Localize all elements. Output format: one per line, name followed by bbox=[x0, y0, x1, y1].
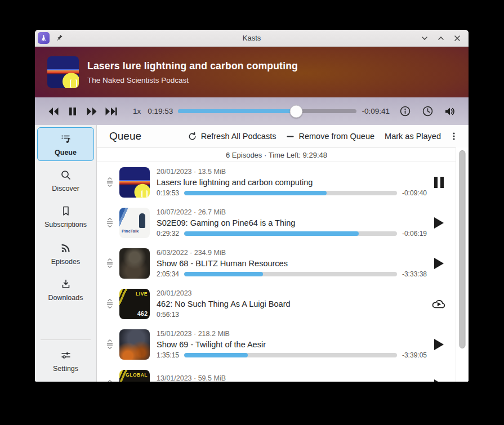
seek-forward-button[interactable] bbox=[82, 102, 101, 121]
drag-handle-icon[interactable] bbox=[104, 217, 116, 229]
episode-date-size: 15/01/2023 · 218.2 MiB bbox=[157, 330, 427, 338]
episode-action-button[interactable] bbox=[427, 297, 451, 311]
sidebar-item-discover[interactable]: Discover bbox=[37, 163, 94, 197]
episode-progress-row: 1:35:15 -3:39:05 bbox=[157, 351, 427, 359]
episode-action-button[interactable] bbox=[427, 217, 451, 229]
episode-row[interactable]: 15/01/2023 · 218.2 MiB Show 69 - Twiligh… bbox=[97, 324, 456, 365]
episode-progress-row: 0:29:32 -0:06:19 bbox=[157, 230, 427, 238]
episode-elapsed: 2:05:34 bbox=[157, 270, 179, 278]
drag-handle-icon[interactable] bbox=[104, 379, 116, 382]
episode-thumbnail: LIVE 462 bbox=[119, 289, 150, 319]
minimize-button[interactable] bbox=[419, 33, 430, 44]
titlebar[interactable]: Kasts bbox=[35, 30, 469, 47]
episode-elapsed: 0:29:32 bbox=[157, 230, 179, 238]
episode-date-size: 13/01/2023 · 59.5 MiB bbox=[157, 374, 427, 382]
episode-progress-fill bbox=[184, 353, 248, 357]
episode-thumbnail bbox=[119, 329, 150, 360]
episode-progress-track[interactable] bbox=[184, 231, 397, 236]
seek-slider[interactable] bbox=[178, 105, 356, 118]
play-icon bbox=[434, 258, 444, 269]
queue-summary: 6 Episodes · Time Left: 9:29:48 bbox=[97, 148, 456, 162]
episode-progress-track[interactable] bbox=[184, 272, 397, 276]
episode-progress-row: 2:05:34 -3:33:38 bbox=[157, 270, 427, 278]
sidebar-item-episodes[interactable]: Episodes bbox=[37, 235, 94, 270]
episode-action-button[interactable] bbox=[427, 379, 451, 382]
close-button[interactable] bbox=[452, 33, 463, 44]
drag-handle-icon[interactable] bbox=[104, 339, 116, 350]
mark-as-played-button[interactable]: Mark as Played bbox=[380, 129, 446, 144]
now-playing-header[interactable]: Lasers lure lightning and carbon computi… bbox=[35, 47, 469, 97]
episode-thumbnail bbox=[119, 167, 150, 198]
episode-row[interactable]: PineTalk 10/07/2022 · 26.7 MiB S02E09: G… bbox=[97, 203, 456, 243]
sidebar-item-subscriptions[interactable]: Subscriptions bbox=[37, 199, 94, 233]
queue-toolbar: Queue Refresh All Podcasts Remove from Q… bbox=[97, 125, 469, 148]
episode-date-size: 20/01/2023 · 13.5 MiB bbox=[157, 168, 427, 176]
refresh-all-podcasts-label: Refresh All Podcasts bbox=[201, 132, 276, 141]
sidebar-item-queue[interactable]: Queue bbox=[37, 127, 94, 161]
pause-icon bbox=[434, 177, 444, 188]
episode-row[interactable]: GLOBAL 13/01/2023 · 59.5 MiB 461: No Suc… bbox=[97, 365, 456, 382]
sidebar-item-settings[interactable]: Settings bbox=[37, 343, 94, 377]
drag-handle-icon[interactable] bbox=[104, 298, 116, 310]
episode-row[interactable]: 20/01/2023 · 13.5 MiB Lasers lure lightn… bbox=[97, 162, 456, 203]
episode-remaining: -0:06:19 bbox=[402, 230, 427, 238]
sidebar-item-label: Settings bbox=[53, 365, 78, 373]
episode-action-button[interactable] bbox=[427, 258, 451, 269]
scrollbar-track[interactable] bbox=[456, 147, 469, 382]
episode-progress-fill bbox=[184, 272, 263, 276]
episode-progress-fill bbox=[184, 191, 327, 195]
playback-speed[interactable]: 1x bbox=[133, 107, 141, 115]
broadcast-tower-icon bbox=[40, 34, 47, 42]
seek-slider-fill bbox=[178, 109, 296, 113]
refresh-icon bbox=[188, 132, 197, 141]
scrollbar-thumb[interactable] bbox=[460, 150, 466, 348]
seek-slider-handle[interactable] bbox=[289, 105, 302, 118]
podcast-artwork bbox=[47, 56, 79, 88]
rss-icon bbox=[59, 241, 73, 254]
bookmark-icon bbox=[60, 205, 72, 217]
episode-date-size: 20/01/2023 bbox=[157, 289, 427, 297]
seek-slider-track[interactable] bbox=[178, 109, 356, 113]
sleep-timer-button[interactable] bbox=[418, 102, 437, 121]
episode-remaining: -3:33:38 bbox=[402, 270, 427, 278]
episode-action-button[interactable] bbox=[427, 339, 451, 350]
kasts-window: Kasts Lasers lure lightning and carbon c… bbox=[35, 30, 469, 382]
maximize-button[interactable] bbox=[435, 33, 447, 44]
episode-action-button[interactable] bbox=[427, 177, 451, 188]
sidebar-item-label: Downloads bbox=[48, 294, 83, 302]
episode-date-size: 6/03/2022 · 234.9 MiB bbox=[157, 249, 427, 257]
skip-forward-button[interactable] bbox=[101, 102, 121, 121]
episode-progress-fill bbox=[184, 231, 359, 236]
episode-remaining: -0:09:40 bbox=[402, 189, 427, 197]
episode-progress-row: 0:19:53 -0:09:40 bbox=[157, 189, 427, 197]
seek-backward-button[interactable] bbox=[44, 102, 63, 121]
search-icon bbox=[60, 169, 72, 181]
episode-progress-track[interactable] bbox=[184, 353, 397, 357]
mark-as-played-label: Mark as Played bbox=[385, 132, 441, 141]
pause-button[interactable] bbox=[63, 102, 82, 121]
app-icon bbox=[38, 32, 50, 44]
episode-row[interactable]: 6/03/2022 · 234.9 MiB Show 68 - BLITZ Hu… bbox=[97, 243, 456, 284]
configure-sliders-icon bbox=[60, 349, 72, 361]
episode-elapsed: 0:56:13 bbox=[157, 311, 179, 319]
drag-handle-icon[interactable] bbox=[104, 258, 116, 269]
episode-progress-track[interactable] bbox=[184, 191, 397, 195]
episode-title: Lasers lure lightning and carbon computi… bbox=[157, 178, 427, 187]
overflow-menu-button[interactable] bbox=[446, 128, 462, 144]
page-title: Queue bbox=[109, 130, 141, 142]
drag-handle-icon[interactable] bbox=[104, 177, 116, 188]
episode-progress-row: 0:56:13 bbox=[157, 311, 427, 319]
refresh-all-podcasts-button[interactable]: Refresh All Podcasts bbox=[182, 129, 282, 144]
episode-thumbnail: PineTalk bbox=[119, 208, 150, 238]
pin-icon[interactable] bbox=[55, 34, 64, 42]
remove-from-queue-button[interactable]: Remove from Queue bbox=[281, 129, 380, 144]
episode-thumbnail bbox=[119, 248, 150, 279]
episode-elapsed: 1:35:15 bbox=[157, 351, 179, 359]
minus-icon bbox=[286, 132, 295, 141]
volume-button[interactable] bbox=[440, 102, 460, 121]
sidebar-item-downloads[interactable]: Downloads bbox=[37, 272, 94, 306]
episode-row[interactable]: LIVE 462 20/01/2023 462: No Such Thing A… bbox=[97, 284, 456, 324]
episode-info-button[interactable] bbox=[395, 102, 414, 121]
episode-date-size: 10/07/2022 · 26.7 MiB bbox=[157, 208, 427, 216]
episode-elapsed: 0:19:53 bbox=[157, 189, 179, 197]
